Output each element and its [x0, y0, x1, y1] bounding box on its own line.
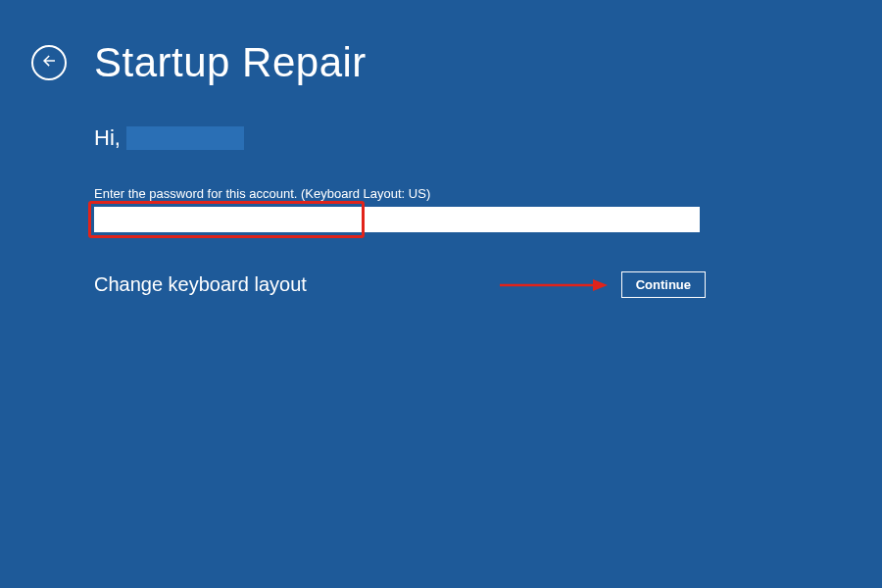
page-title: Startup Repair — [94, 39, 367, 86]
back-button[interactable] — [31, 45, 67, 80]
greeting-prefix: Hi, — [94, 125, 121, 151]
greeting-line: Hi, — [94, 125, 882, 151]
annotation-arrow-icon — [500, 276, 608, 294]
continue-button[interactable]: Continue — [621, 271, 706, 298]
svg-marker-1 — [593, 279, 608, 291]
username-redacted — [126, 126, 244, 150]
back-arrow-icon — [40, 52, 58, 74]
change-keyboard-layout-link[interactable]: Change keyboard layout — [94, 273, 307, 296]
password-instruction: Enter the password for this account. (Ke… — [94, 186, 882, 201]
password-input[interactable] — [94, 207, 700, 232]
